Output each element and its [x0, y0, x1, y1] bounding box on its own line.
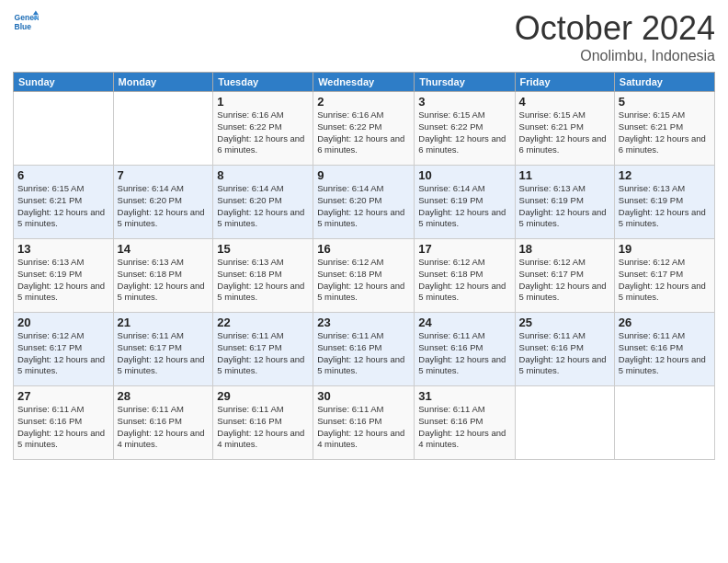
calendar-cell: 8Sunrise: 6:14 AM Sunset: 6:20 PM Daylig… [213, 166, 313, 239]
calendar-week-row: 1Sunrise: 6:16 AM Sunset: 6:22 PM Daylig… [14, 92, 715, 166]
calendar-week-row: 20Sunrise: 6:12 AM Sunset: 6:17 PM Dayli… [14, 313, 715, 386]
day-number: 18 [519, 242, 610, 256]
day-info: Sunrise: 6:14 AM Sunset: 6:20 PM Dayligh… [317, 183, 410, 230]
day-info: Sunrise: 6:11 AM Sunset: 6:16 PM Dayligh… [317, 404, 410, 451]
calendar-cell: 31Sunrise: 6:11 AM Sunset: 6:16 PM Dayli… [415, 386, 515, 460]
day-number: 19 [619, 242, 711, 256]
calendar-cell: 22Sunrise: 6:11 AM Sunset: 6:17 PM Dayli… [213, 313, 313, 386]
day-number: 22 [217, 316, 309, 329]
svg-text:Blue: Blue [15, 22, 32, 31]
calendar-cell: 21Sunrise: 6:11 AM Sunset: 6:17 PM Dayli… [113, 313, 213, 386]
day-info: Sunrise: 6:15 AM Sunset: 6:21 PM Dayligh… [619, 109, 711, 156]
header: General Blue October 2024 Onolimbu, Indo… [13, 9, 715, 64]
day-number: 13 [17, 242, 109, 256]
calendar-cell: 28Sunrise: 6:11 AM Sunset: 6:16 PM Dayli… [113, 386, 213, 460]
calendar-cell: 16Sunrise: 6:12 AM Sunset: 6:18 PM Dayli… [313, 239, 415, 313]
day-info: Sunrise: 6:13 AM Sunset: 6:19 PM Dayligh… [619, 183, 711, 230]
day-number: 20 [17, 316, 109, 329]
calendar-cell: 20Sunrise: 6:12 AM Sunset: 6:17 PM Dayli… [14, 313, 114, 386]
day-number: 11 [519, 168, 610, 182]
calendar-cell: 25Sunrise: 6:11 AM Sunset: 6:16 PM Dayli… [515, 313, 614, 386]
day-info: Sunrise: 6:13 AM Sunset: 6:18 PM Dayligh… [217, 257, 309, 304]
calendar-cell: 11Sunrise: 6:13 AM Sunset: 6:19 PM Dayli… [515, 166, 614, 239]
day-info: Sunrise: 6:11 AM Sunset: 6:17 PM Dayligh… [217, 330, 309, 377]
header-friday: Friday [515, 73, 614, 92]
day-info: Sunrise: 6:13 AM Sunset: 6:19 PM Dayligh… [17, 257, 109, 304]
calendar-cell [113, 92, 213, 166]
calendar-cell: 26Sunrise: 6:11 AM Sunset: 6:16 PM Dayli… [614, 313, 714, 386]
day-number: 15 [217, 242, 309, 256]
day-info: Sunrise: 6:16 AM Sunset: 6:22 PM Dayligh… [217, 109, 309, 156]
day-info: Sunrise: 6:12 AM Sunset: 6:18 PM Dayligh… [317, 257, 410, 304]
day-number: 5 [619, 95, 711, 109]
calendar-week-row: 13Sunrise: 6:13 AM Sunset: 6:19 PM Dayli… [14, 239, 715, 313]
day-number: 9 [317, 168, 410, 182]
calendar-cell [14, 92, 114, 166]
calendar-cell [614, 386, 714, 460]
calendar-cell: 12Sunrise: 6:13 AM Sunset: 6:19 PM Dayli… [614, 166, 714, 239]
day-info: Sunrise: 6:14 AM Sunset: 6:20 PM Dayligh… [118, 183, 210, 230]
day-info: Sunrise: 6:13 AM Sunset: 6:19 PM Dayligh… [519, 183, 610, 230]
day-info: Sunrise: 6:15 AM Sunset: 6:22 PM Dayligh… [418, 109, 510, 156]
day-info: Sunrise: 6:11 AM Sunset: 6:17 PM Dayligh… [118, 330, 210, 377]
calendar-cell: 18Sunrise: 6:12 AM Sunset: 6:17 PM Dayli… [515, 239, 614, 313]
day-info: Sunrise: 6:12 AM Sunset: 6:18 PM Dayligh… [418, 257, 510, 304]
day-number: 12 [619, 168, 711, 182]
header-sunday: Sunday [14, 73, 114, 92]
calendar-cell: 27Sunrise: 6:11 AM Sunset: 6:16 PM Dayli… [14, 386, 114, 460]
header-wednesday: Wednesday [313, 73, 415, 92]
page-container: General Blue October 2024 Onolimbu, Indo… [0, 0, 728, 469]
day-info: Sunrise: 6:11 AM Sunset: 6:16 PM Dayligh… [418, 404, 510, 451]
calendar-cell [515, 386, 614, 460]
day-info: Sunrise: 6:11 AM Sunset: 6:16 PM Dayligh… [418, 330, 510, 377]
day-info: Sunrise: 6:12 AM Sunset: 6:17 PM Dayligh… [519, 257, 610, 304]
day-number: 6 [17, 168, 109, 182]
day-info: Sunrise: 6:13 AM Sunset: 6:18 PM Dayligh… [118, 257, 210, 304]
day-number: 24 [418, 316, 510, 329]
day-number: 8 [217, 168, 309, 182]
calendar-cell: 5Sunrise: 6:15 AM Sunset: 6:21 PM Daylig… [614, 92, 714, 166]
day-info: Sunrise: 6:11 AM Sunset: 6:16 PM Dayligh… [619, 330, 711, 377]
calendar-cell: 7Sunrise: 6:14 AM Sunset: 6:20 PM Daylig… [113, 166, 213, 239]
calendar-cell: 4Sunrise: 6:15 AM Sunset: 6:21 PM Daylig… [515, 92, 614, 166]
day-info: Sunrise: 6:11 AM Sunset: 6:16 PM Dayligh… [118, 404, 210, 451]
calendar-cell: 19Sunrise: 6:12 AM Sunset: 6:17 PM Dayli… [614, 239, 714, 313]
calendar-week-row: 6Sunrise: 6:15 AM Sunset: 6:21 PM Daylig… [14, 166, 715, 239]
calendar-cell: 2Sunrise: 6:16 AM Sunset: 6:22 PM Daylig… [313, 92, 415, 166]
day-info: Sunrise: 6:15 AM Sunset: 6:21 PM Dayligh… [519, 109, 610, 156]
day-number: 29 [217, 389, 309, 403]
day-info: Sunrise: 6:11 AM Sunset: 6:16 PM Dayligh… [217, 404, 309, 451]
calendar-cell: 14Sunrise: 6:13 AM Sunset: 6:18 PM Dayli… [113, 239, 213, 313]
day-number: 28 [118, 389, 210, 403]
calendar-cell: 1Sunrise: 6:16 AM Sunset: 6:22 PM Daylig… [213, 92, 313, 166]
logo-icon: General Blue [13, 9, 39, 35]
day-info: Sunrise: 6:12 AM Sunset: 6:17 PM Dayligh… [619, 257, 711, 304]
calendar-cell: 24Sunrise: 6:11 AM Sunset: 6:16 PM Dayli… [415, 313, 515, 386]
day-info: Sunrise: 6:12 AM Sunset: 6:17 PM Dayligh… [17, 330, 109, 377]
day-number: 16 [317, 242, 410, 256]
title-block: October 2024 Onolimbu, Indonesia [515, 9, 715, 64]
logo: General Blue [13, 9, 39, 35]
calendar-cell: 17Sunrise: 6:12 AM Sunset: 6:18 PM Dayli… [415, 239, 515, 313]
calendar-week-row: 27Sunrise: 6:11 AM Sunset: 6:16 PM Dayli… [14, 386, 715, 460]
day-number: 31 [418, 389, 510, 403]
calendar-cell: 30Sunrise: 6:11 AM Sunset: 6:16 PM Dayli… [313, 386, 415, 460]
day-info: Sunrise: 6:11 AM Sunset: 6:16 PM Dayligh… [17, 404, 109, 451]
day-number: 7 [118, 168, 210, 182]
day-number: 26 [619, 316, 711, 329]
day-number: 23 [317, 316, 410, 329]
day-number: 3 [418, 95, 510, 109]
day-info: Sunrise: 6:16 AM Sunset: 6:22 PM Dayligh… [317, 109, 410, 156]
month-title: October 2024 [515, 9, 715, 48]
day-info: Sunrise: 6:14 AM Sunset: 6:19 PM Dayligh… [418, 183, 510, 230]
day-number: 1 [217, 95, 309, 109]
day-info: Sunrise: 6:15 AM Sunset: 6:21 PM Dayligh… [17, 183, 109, 230]
calendar-cell: 10Sunrise: 6:14 AM Sunset: 6:19 PM Dayli… [415, 166, 515, 239]
day-info: Sunrise: 6:11 AM Sunset: 6:16 PM Dayligh… [519, 330, 610, 377]
day-number: 30 [317, 389, 410, 403]
weekday-header-row: Sunday Monday Tuesday Wednesday Thursday… [14, 73, 715, 92]
day-number: 4 [519, 95, 610, 109]
calendar-cell: 15Sunrise: 6:13 AM Sunset: 6:18 PM Dayli… [213, 239, 313, 313]
header-tuesday: Tuesday [213, 73, 313, 92]
calendar-cell: 9Sunrise: 6:14 AM Sunset: 6:20 PM Daylig… [313, 166, 415, 239]
